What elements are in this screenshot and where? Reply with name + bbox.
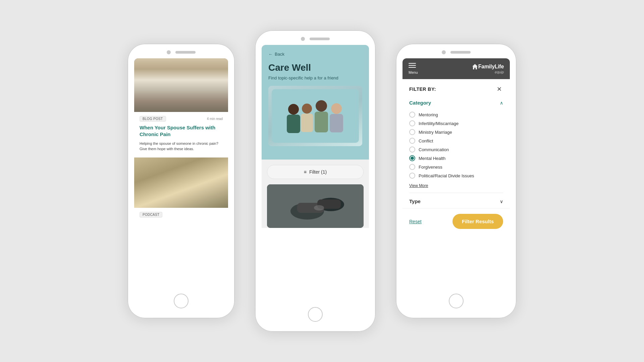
care-people-image xyxy=(268,86,362,146)
phone-3-speaker xyxy=(450,51,471,54)
radio-inner xyxy=(411,157,414,160)
filter-footer: Reset Filter Results xyxy=(402,208,510,234)
svg-point-14 xyxy=(314,205,324,210)
article-meta: BLOG POST 4 min read xyxy=(140,116,223,122)
phone-1-speaker xyxy=(175,51,196,54)
view-more-link[interactable]: View More xyxy=(409,181,503,191)
reset-button[interactable]: Reset xyxy=(409,219,422,224)
phone-3-top xyxy=(400,50,513,54)
back-button[interactable]: ← Back xyxy=(268,52,362,57)
scene: BLOG POST 4 min read When Your Spouse Su… xyxy=(0,0,644,362)
phone-2: ← Back Care Well Find topic-specific hel… xyxy=(255,30,376,332)
home-icon xyxy=(472,63,478,70)
filter-option-label: Mentoring xyxy=(419,112,438,117)
radio-circle xyxy=(409,129,415,135)
svg-marker-15 xyxy=(472,64,478,69)
hands-svg xyxy=(267,184,364,228)
svg-rect-4 xyxy=(301,114,313,132)
filter-option[interactable]: Mentoring xyxy=(409,112,503,118)
category-header[interactable]: Category ∧ xyxy=(409,97,503,109)
filter-option-label: Infertility/Miscarriage xyxy=(419,121,459,126)
filter-button[interactable]: ≡ Filter (1) xyxy=(267,165,364,179)
phone-3: Menu FamilyLife equip FILTER B xyxy=(396,44,517,318)
menu-bar-1 xyxy=(409,63,416,64)
radio-circle xyxy=(409,138,415,144)
podcast-card[interactable]: PODCAST xyxy=(134,208,228,221)
phone-2-camera xyxy=(301,37,305,41)
article-card-1[interactable]: BLOG POST 4 min read When Your Spouse Su… xyxy=(134,112,228,158)
phone-3-camera xyxy=(442,50,446,54)
filter-divider xyxy=(409,193,503,193)
filter-screen: Menu FamilyLife equip FILTER B xyxy=(402,58,510,234)
filter-results-button[interactable]: Filter Results xyxy=(452,214,503,229)
care-content-image[interactable] xyxy=(267,184,364,228)
radio-circle xyxy=(409,155,415,161)
filter-option[interactable]: Conflict xyxy=(409,138,503,144)
category-section: Category ∧ MentoringInfertility/Miscarri… xyxy=(402,97,510,191)
phone-2-top xyxy=(259,37,372,41)
radio-circle xyxy=(409,173,415,179)
logo-sub: equip xyxy=(495,70,504,74)
care-header: ← Back Care Well Find topic-specific hel… xyxy=(262,45,369,160)
filter-option-label: Political/Racial Divide Issues xyxy=(419,173,474,178)
filter-icon: ≡ xyxy=(304,169,307,175)
phone-2-screen: ← Back Care Well Find topic-specific hel… xyxy=(262,45,369,302)
filter-option[interactable]: Infertility/Miscarriage xyxy=(409,120,503,126)
phone-3-screen: Menu FamilyLife equip FILTER B xyxy=(402,58,510,289)
filter-option-label: Forgiveness xyxy=(419,165,442,170)
phone-1: BLOG POST 4 min read When Your Spouse Su… xyxy=(127,44,235,318)
filter-option[interactable]: Ministry Marriage xyxy=(409,129,503,135)
phone-1-top xyxy=(131,50,231,54)
category-options: MentoringInfertility/MiscarriageMinistry… xyxy=(409,109,503,181)
menu-label: Menu xyxy=(409,70,418,74)
back-arrow-icon: ← xyxy=(268,52,273,57)
care-screen: ← Back Care Well Find topic-specific hel… xyxy=(262,45,369,228)
hamburger-menu[interactable]: Menu xyxy=(409,63,418,74)
close-button[interactable]: ✕ xyxy=(495,85,503,93)
phone-1-screen: BLOG POST 4 min read When Your Spouse Su… xyxy=(134,58,228,289)
article-screen: BLOG POST 4 min read When Your Spouse Su… xyxy=(134,58,228,221)
phone-1-home-button[interactable] xyxy=(174,294,189,308)
phone-3-home-button[interactable] xyxy=(449,294,464,308)
radio-circle xyxy=(409,146,415,153)
familylife-logo: FamilyLife equip xyxy=(472,63,504,74)
svg-rect-6 xyxy=(315,112,328,132)
person-sitting-image xyxy=(134,58,228,112)
svg-rect-2 xyxy=(287,115,300,133)
svg-point-5 xyxy=(316,100,327,112)
phone-1-camera xyxy=(167,50,171,54)
category-chevron-icon: ∧ xyxy=(500,100,503,106)
hands-image xyxy=(267,184,364,228)
group-people-visual xyxy=(268,86,362,146)
filter-option-label: Conflict xyxy=(419,138,433,143)
article-excerpt: Helping the spouse of someone in chronic… xyxy=(140,141,223,152)
article-read-time: 4 min read xyxy=(207,117,223,121)
people-svg xyxy=(272,89,359,143)
menu-bar-2 xyxy=(409,65,416,66)
radio-circle xyxy=(409,164,415,170)
category-title: Category xyxy=(409,100,431,106)
filter-option-label: Ministry Marriage xyxy=(419,130,452,135)
filter-nav: Menu FamilyLife equip xyxy=(402,58,510,79)
filter-option[interactable]: Mental Health xyxy=(409,155,503,161)
radio-circle xyxy=(409,112,415,118)
article-bottom-image xyxy=(134,158,228,208)
filter-option-label: Mental Health xyxy=(419,156,445,161)
filter-option-label: Communication xyxy=(419,147,449,152)
filter-option[interactable]: Political/Racial Divide Issues xyxy=(409,173,503,179)
type-header[interactable]: Type ∨ xyxy=(409,194,503,208)
filter-option[interactable]: Forgiveness xyxy=(409,164,503,170)
filter-header: FILTER BY: ✕ xyxy=(402,79,510,97)
menu-bar-3 xyxy=(409,67,416,68)
phone-2-speaker xyxy=(310,38,330,40)
filter-by-label: FILTER BY: xyxy=(409,86,436,92)
logo-row: FamilyLife xyxy=(472,63,504,70)
filter-option[interactable]: Communication xyxy=(409,146,503,153)
care-title: Care Well xyxy=(268,62,362,73)
podcast-badge: PODCAST xyxy=(140,212,162,218)
article-top-image xyxy=(134,58,228,112)
article-badge: BLOG POST xyxy=(140,116,166,122)
filter-label: Filter (1) xyxy=(309,169,327,175)
phone-2-home-button[interactable] xyxy=(308,307,323,322)
type-title: Type xyxy=(409,198,421,204)
